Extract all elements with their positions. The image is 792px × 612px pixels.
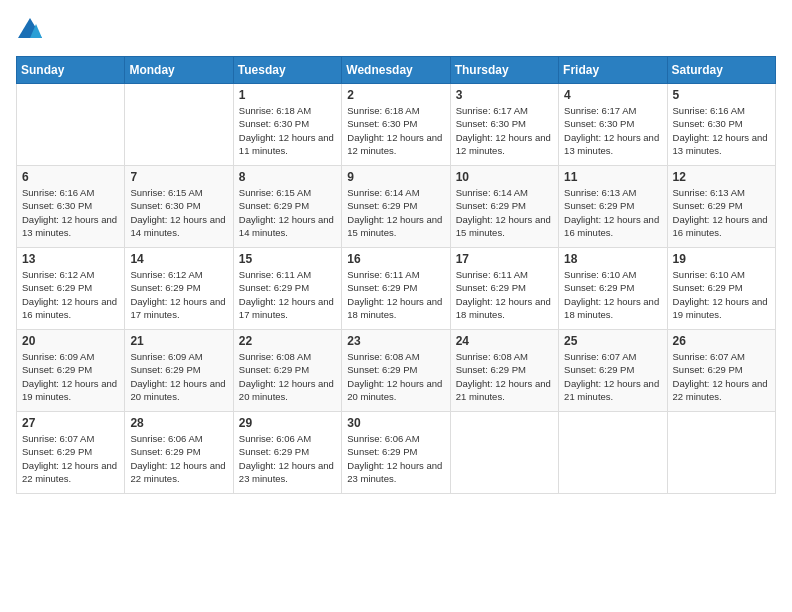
calendar-table: SundayMondayTuesdayWednesdayThursdayFrid… — [16, 56, 776, 494]
day-info: Sunrise: 6:16 AM Sunset: 6:30 PM Dayligh… — [22, 186, 119, 239]
calendar-cell: 14Sunrise: 6:12 AM Sunset: 6:29 PM Dayli… — [125, 248, 233, 330]
calendar-cell: 17Sunrise: 6:11 AM Sunset: 6:29 PM Dayli… — [450, 248, 558, 330]
calendar-cell: 24Sunrise: 6:08 AM Sunset: 6:29 PM Dayli… — [450, 330, 558, 412]
day-info: Sunrise: 6:10 AM Sunset: 6:29 PM Dayligh… — [564, 268, 661, 321]
calendar-cell: 27Sunrise: 6:07 AM Sunset: 6:29 PM Dayli… — [17, 412, 125, 494]
day-number: 2 — [347, 88, 444, 102]
day-info: Sunrise: 6:18 AM Sunset: 6:30 PM Dayligh… — [239, 104, 336, 157]
calendar-cell: 12Sunrise: 6:13 AM Sunset: 6:29 PM Dayli… — [667, 166, 775, 248]
calendar-cell: 5Sunrise: 6:16 AM Sunset: 6:30 PM Daylig… — [667, 84, 775, 166]
calendar-cell: 13Sunrise: 6:12 AM Sunset: 6:29 PM Dayli… — [17, 248, 125, 330]
day-number: 11 — [564, 170, 661, 184]
day-number: 6 — [22, 170, 119, 184]
day-number: 25 — [564, 334, 661, 348]
day-number: 26 — [673, 334, 770, 348]
calendar-cell: 23Sunrise: 6:08 AM Sunset: 6:29 PM Dayli… — [342, 330, 450, 412]
calendar-week-4: 20Sunrise: 6:09 AM Sunset: 6:29 PM Dayli… — [17, 330, 776, 412]
calendar-cell: 8Sunrise: 6:15 AM Sunset: 6:29 PM Daylig… — [233, 166, 341, 248]
calendar-cell — [559, 412, 667, 494]
day-info: Sunrise: 6:11 AM Sunset: 6:29 PM Dayligh… — [456, 268, 553, 321]
day-info: Sunrise: 6:09 AM Sunset: 6:29 PM Dayligh… — [22, 350, 119, 403]
calendar-week-5: 27Sunrise: 6:07 AM Sunset: 6:29 PM Dayli… — [17, 412, 776, 494]
day-info: Sunrise: 6:06 AM Sunset: 6:29 PM Dayligh… — [130, 432, 227, 485]
day-number: 5 — [673, 88, 770, 102]
calendar-cell — [667, 412, 775, 494]
day-info: Sunrise: 6:06 AM Sunset: 6:29 PM Dayligh… — [347, 432, 444, 485]
day-info: Sunrise: 6:08 AM Sunset: 6:29 PM Dayligh… — [347, 350, 444, 403]
calendar-cell: 28Sunrise: 6:06 AM Sunset: 6:29 PM Dayli… — [125, 412, 233, 494]
day-number: 21 — [130, 334, 227, 348]
day-info: Sunrise: 6:14 AM Sunset: 6:29 PM Dayligh… — [456, 186, 553, 239]
day-number: 4 — [564, 88, 661, 102]
day-info: Sunrise: 6:17 AM Sunset: 6:30 PM Dayligh… — [564, 104, 661, 157]
day-number: 3 — [456, 88, 553, 102]
calendar-week-1: 1Sunrise: 6:18 AM Sunset: 6:30 PM Daylig… — [17, 84, 776, 166]
calendar-cell: 1Sunrise: 6:18 AM Sunset: 6:30 PM Daylig… — [233, 84, 341, 166]
column-header-sunday: Sunday — [17, 57, 125, 84]
day-number: 22 — [239, 334, 336, 348]
day-number: 9 — [347, 170, 444, 184]
day-info: Sunrise: 6:07 AM Sunset: 6:29 PM Dayligh… — [564, 350, 661, 403]
day-info: Sunrise: 6:12 AM Sunset: 6:29 PM Dayligh… — [22, 268, 119, 321]
day-info: Sunrise: 6:18 AM Sunset: 6:30 PM Dayligh… — [347, 104, 444, 157]
calendar-cell — [125, 84, 233, 166]
day-number: 18 — [564, 252, 661, 266]
day-number: 7 — [130, 170, 227, 184]
logo-icon — [16, 16, 44, 44]
column-header-monday: Monday — [125, 57, 233, 84]
day-number: 29 — [239, 416, 336, 430]
calendar-cell: 9Sunrise: 6:14 AM Sunset: 6:29 PM Daylig… — [342, 166, 450, 248]
column-header-thursday: Thursday — [450, 57, 558, 84]
day-info: Sunrise: 6:15 AM Sunset: 6:29 PM Dayligh… — [239, 186, 336, 239]
day-info: Sunrise: 6:16 AM Sunset: 6:30 PM Dayligh… — [673, 104, 770, 157]
calendar-cell — [17, 84, 125, 166]
calendar-header-row: SundayMondayTuesdayWednesdayThursdayFrid… — [17, 57, 776, 84]
day-number: 16 — [347, 252, 444, 266]
day-info: Sunrise: 6:11 AM Sunset: 6:29 PM Dayligh… — [347, 268, 444, 321]
calendar-cell: 16Sunrise: 6:11 AM Sunset: 6:29 PM Dayli… — [342, 248, 450, 330]
day-number: 17 — [456, 252, 553, 266]
day-info: Sunrise: 6:07 AM Sunset: 6:29 PM Dayligh… — [673, 350, 770, 403]
day-number: 27 — [22, 416, 119, 430]
column-header-friday: Friday — [559, 57, 667, 84]
calendar-cell: 4Sunrise: 6:17 AM Sunset: 6:30 PM Daylig… — [559, 84, 667, 166]
day-info: Sunrise: 6:13 AM Sunset: 6:29 PM Dayligh… — [564, 186, 661, 239]
day-info: Sunrise: 6:14 AM Sunset: 6:29 PM Dayligh… — [347, 186, 444, 239]
day-info: Sunrise: 6:06 AM Sunset: 6:29 PM Dayligh… — [239, 432, 336, 485]
calendar-week-3: 13Sunrise: 6:12 AM Sunset: 6:29 PM Dayli… — [17, 248, 776, 330]
calendar-cell: 21Sunrise: 6:09 AM Sunset: 6:29 PM Dayli… — [125, 330, 233, 412]
day-number: 8 — [239, 170, 336, 184]
calendar-cell: 15Sunrise: 6:11 AM Sunset: 6:29 PM Dayli… — [233, 248, 341, 330]
day-number: 13 — [22, 252, 119, 266]
day-info: Sunrise: 6:13 AM Sunset: 6:29 PM Dayligh… — [673, 186, 770, 239]
day-info: Sunrise: 6:11 AM Sunset: 6:29 PM Dayligh… — [239, 268, 336, 321]
calendar-cell: 18Sunrise: 6:10 AM Sunset: 6:29 PM Dayli… — [559, 248, 667, 330]
column-header-wednesday: Wednesday — [342, 57, 450, 84]
day-info: Sunrise: 6:15 AM Sunset: 6:30 PM Dayligh… — [130, 186, 227, 239]
day-number: 19 — [673, 252, 770, 266]
day-info: Sunrise: 6:09 AM Sunset: 6:29 PM Dayligh… — [130, 350, 227, 403]
calendar-week-2: 6Sunrise: 6:16 AM Sunset: 6:30 PM Daylig… — [17, 166, 776, 248]
calendar-cell: 26Sunrise: 6:07 AM Sunset: 6:29 PM Dayli… — [667, 330, 775, 412]
day-number: 20 — [22, 334, 119, 348]
calendar-cell: 11Sunrise: 6:13 AM Sunset: 6:29 PM Dayli… — [559, 166, 667, 248]
calendar-cell — [450, 412, 558, 494]
day-number: 1 — [239, 88, 336, 102]
day-info: Sunrise: 6:08 AM Sunset: 6:29 PM Dayligh… — [239, 350, 336, 403]
page-header — [16, 16, 776, 44]
day-number: 23 — [347, 334, 444, 348]
day-number: 14 — [130, 252, 227, 266]
calendar-cell: 10Sunrise: 6:14 AM Sunset: 6:29 PM Dayli… — [450, 166, 558, 248]
calendar-cell: 19Sunrise: 6:10 AM Sunset: 6:29 PM Dayli… — [667, 248, 775, 330]
column-header-tuesday: Tuesday — [233, 57, 341, 84]
day-number: 15 — [239, 252, 336, 266]
day-number: 12 — [673, 170, 770, 184]
calendar-cell: 6Sunrise: 6:16 AM Sunset: 6:30 PM Daylig… — [17, 166, 125, 248]
calendar-cell: 22Sunrise: 6:08 AM Sunset: 6:29 PM Dayli… — [233, 330, 341, 412]
logo — [16, 16, 48, 44]
day-number: 28 — [130, 416, 227, 430]
calendar-cell: 2Sunrise: 6:18 AM Sunset: 6:30 PM Daylig… — [342, 84, 450, 166]
calendar-cell: 25Sunrise: 6:07 AM Sunset: 6:29 PM Dayli… — [559, 330, 667, 412]
day-number: 10 — [456, 170, 553, 184]
calendar-cell: 7Sunrise: 6:15 AM Sunset: 6:30 PM Daylig… — [125, 166, 233, 248]
